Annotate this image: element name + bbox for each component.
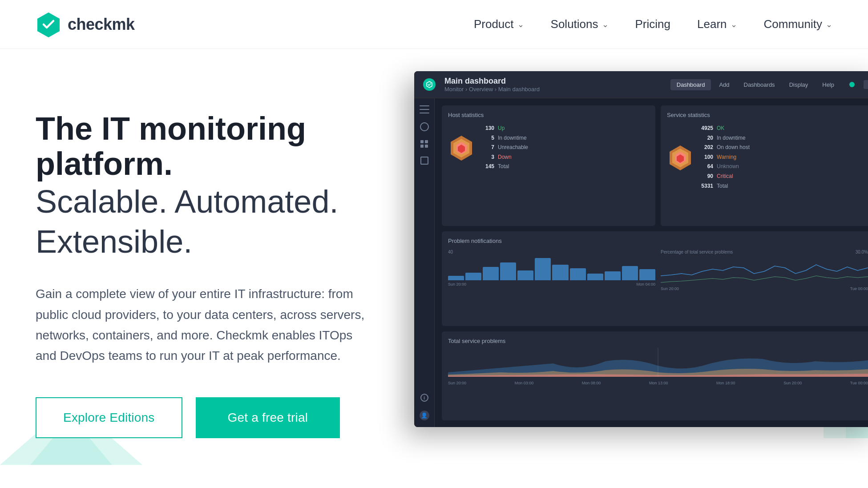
nav-item-community[interactable]: Community ⌄	[764, 17, 832, 31]
bar-item	[639, 269, 655, 280]
sidebar-circle-icon[interactable]	[420, 122, 429, 131]
hero-section: The IT monitoring platform. Scalable. Au…	[0, 49, 868, 465]
dashboard-pill-dashboard[interactable]: Dashboard	[670, 79, 711, 90]
host-stats-card: Host statistics	[442, 105, 655, 226]
dashboard-topbar: Main dashboard Monitor › Overview › Main…	[414, 71, 868, 98]
service-stats-title: Service statistics	[667, 112, 868, 118]
nav-item-learn[interactable]: Learn ⌄	[697, 17, 737, 31]
percentage-line-chart	[661, 258, 868, 285]
bar-item	[570, 268, 586, 281]
hero-headline-line2: platform.	[36, 146, 173, 181]
logo-text: checkmk	[68, 15, 135, 34]
charts-container: 40	[448, 250, 868, 291]
sidebar-user-icon[interactable]: 👤	[420, 411, 429, 420]
total-service-problems-card: Total service problems	[442, 331, 868, 420]
dashboard-content: Host statistics	[435, 98, 868, 427]
bar-item	[483, 267, 499, 280]
service-stats-list: 4925OK 20In downtime 202On down host 100…	[701, 124, 750, 191]
total-service-chart	[448, 348, 868, 379]
bar-item	[465, 273, 481, 281]
explore-editions-button[interactable]: Explore Editions	[36, 397, 182, 438]
hero-headline: The IT monitoring platform.	[36, 111, 374, 181]
host-hex-badge	[448, 134, 475, 161]
dashboard-mockup: Main dashboard Monitor › Overview › Main…	[414, 71, 868, 427]
chevron-down-icon: ⌄	[731, 20, 737, 29]
bar-item	[605, 271, 621, 280]
get-free-trial-button[interactable]: Get a free trial	[196, 397, 340, 438]
nav-item-solutions[interactable]: Solutions ⌄	[551, 17, 609, 31]
header: checkmk Product ⌄ Solutions ⌄ Pricing Le…	[0, 0, 868, 49]
hero-content: The IT monitoring platform. Scalable. Au…	[36, 85, 374, 438]
sidebar-menu-icon[interactable]	[420, 105, 429, 113]
sidebar-settings-icon[interactable]	[420, 157, 428, 165]
host-stats-list: 130Up 5In downtime 7Unreachable 3Down 14…	[482, 124, 528, 172]
dashboard-body: i 👤 Host statistics	[414, 98, 868, 427]
dashboard-title-area: Main dashboard Monitor › Overview › Main…	[444, 77, 662, 93]
dashboard-pill-display[interactable]: Display	[783, 79, 815, 90]
dashboard-sidebar: i 👤	[414, 98, 435, 427]
sidebar-grid-icon[interactable]	[420, 140, 428, 148]
nav-item-product[interactable]: Product ⌄	[474, 17, 524, 31]
dashboard-pill-add[interactable]: Add	[713, 79, 735, 90]
bar-item	[622, 266, 638, 281]
line-chart-svg	[661, 258, 868, 285]
total-service-title: Total service problems	[448, 338, 868, 344]
bar-item	[535, 258, 551, 280]
chevron-down-icon: ⌄	[517, 20, 524, 29]
dashboard-breadcrumb: Monitor › Overview › Main dashboard	[444, 86, 662, 93]
chevron-down-icon: ⌄	[826, 20, 832, 29]
bar-item	[448, 276, 464, 280]
problem-notifications-title: Problem notifications	[448, 238, 868, 244]
bar-item	[552, 265, 568, 280]
problem-notifications-card: Problem notifications 40	[442, 231, 868, 326]
service-stats-card: Service statistics	[661, 105, 868, 226]
main-nav: Product ⌄ Solutions ⌄ Pricing Learn ⌄ Co…	[474, 17, 832, 31]
bar-chart-container: 40	[448, 250, 655, 291]
service-hex-badge	[667, 144, 694, 171]
nav-item-pricing[interactable]: Pricing	[635, 17, 670, 31]
cta-buttons: Explore Editions Get a free trial	[36, 397, 374, 438]
dashboard-button-icon[interactable]	[864, 80, 868, 89]
hero-description: Gain a complete view of your entire IT i…	[36, 284, 374, 366]
dashboard-nav-pills: Dashboard Add Dashboards Display Help	[670, 79, 840, 90]
sidebar-info-icon[interactable]: i	[420, 394, 428, 402]
host-stats-title: Host statistics	[448, 112, 649, 118]
checkmk-logo-icon	[36, 12, 61, 37]
dashboard-logo	[423, 78, 436, 91]
dashboard-title: Main dashboard	[444, 77, 662, 86]
host-stats-body: 130Up 5In downtime 7Unreachable 3Down 14…	[448, 124, 649, 172]
status-indicator-green	[849, 82, 855, 87]
service-stats-body: 4925OK 20In downtime 202On down host 100…	[667, 124, 868, 191]
problem-bar-chart	[448, 258, 655, 280]
dashboard-pill-dashboards[interactable]: Dashboards	[738, 79, 781, 90]
chevron-down-icon: ⌄	[602, 20, 609, 29]
bar-item	[587, 274, 603, 280]
dashboard-pill-help[interactable]: Help	[816, 79, 840, 90]
logo-link[interactable]: checkmk	[36, 12, 135, 37]
bar-item	[517, 270, 533, 281]
dashboard-screenshot: Main dashboard Monitor › Overview › Main…	[414, 71, 868, 427]
line-chart-container: Percentage of total service problems 30.…	[661, 250, 868, 291]
hero-subheadline: Scalable. Automated.Extensible.	[36, 181, 374, 262]
total-service-svg	[448, 348, 868, 379]
bar-item	[500, 262, 516, 280]
hero-headline-line1: The IT monitoring	[36, 111, 306, 146]
